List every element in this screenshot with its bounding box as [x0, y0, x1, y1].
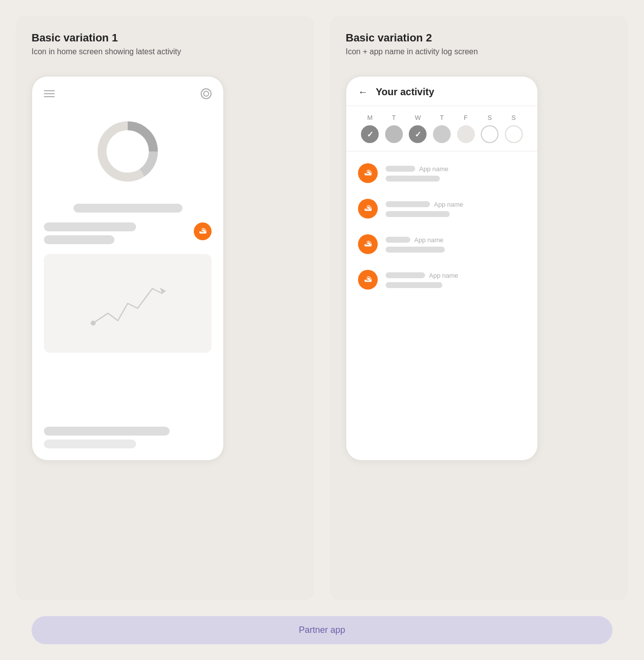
item-4-bar-short [386, 272, 425, 278]
gear-icon[interactable] [201, 88, 212, 99]
item-1-top-row: App name [386, 165, 526, 173]
shoe-icon-item-4 [363, 275, 372, 284]
activity-item-4: App name [346, 262, 537, 297]
map-placeholder [44, 254, 212, 353]
activity-item-3-content: App name [386, 236, 526, 253]
item-3-app-name: App name [414, 236, 443, 244]
day-label-t1: T [392, 114, 396, 121]
day-circle-s2[interactable] [505, 125, 523, 143]
day-label-s1: S [488, 114, 492, 121]
day-circle-f[interactable] [457, 125, 475, 143]
day-col-s1: S [481, 114, 499, 143]
day-label-s2: S [511, 114, 516, 121]
activity-bar-1 [44, 222, 136, 231]
screen-title: Your activity [376, 86, 434, 98]
shoe-icon-item-3 [363, 240, 372, 249]
day-col-t1: T [385, 114, 403, 143]
hamburger-icon[interactable] [44, 90, 55, 97]
item-3-bar-long [386, 247, 445, 253]
footer-bar: Partner app [32, 616, 612, 644]
day-col-s2: S [505, 114, 523, 143]
placeholder-bar-wide [73, 204, 182, 213]
donut-chart-container [44, 109, 212, 194]
svg-point-3 [91, 321, 96, 326]
item-1-bar-short [386, 166, 415, 172]
checkmark-m: ✓ [367, 130, 373, 139]
day-label-m: M [367, 114, 373, 121]
shoe-icon-item-1 [363, 169, 372, 178]
day-circle-t2[interactable] [433, 125, 451, 143]
variation2-subtitle: Icon + app name in activity log screen [346, 47, 478, 56]
day-circle-m[interactable]: ✓ [361, 125, 379, 143]
main-content: Basic variation 1 Icon in home screen sh… [16, 16, 628, 600]
header-bar-v2: ← Your activity [346, 76, 537, 106]
shoe-icon-v1 [198, 227, 207, 236]
activity-item-3: App name [346, 226, 537, 262]
footer-label: Partner app [299, 625, 345, 635]
day-circle-w[interactable]: ✓ [409, 125, 427, 143]
donut-chart [93, 117, 162, 186]
item-2-bar-long [386, 211, 450, 217]
activity-item-1-content: App name [386, 165, 526, 182]
item-3-top-row: App name [386, 236, 526, 244]
activity-item-4-content: App name [386, 272, 526, 288]
activity-item-2: App name [346, 191, 537, 226]
map-path-svg [78, 264, 177, 343]
day-col-t2: T [433, 114, 451, 143]
day-circle-s1[interactable] [481, 125, 499, 143]
bottom-bar-1 [44, 427, 170, 436]
day-label-w: W [415, 114, 421, 121]
item-4-top-row: App name [386, 272, 526, 279]
item-1-bar-long [386, 176, 440, 182]
activity-item-2-content: App name [386, 201, 526, 217]
orange-badge-v1 [194, 222, 212, 240]
week-row: M ✓ T W ✓ [346, 106, 537, 151]
shoe-icon-item-2 [363, 204, 372, 213]
day-col-m: M ✓ [361, 114, 379, 143]
day-label-f: F [464, 114, 468, 121]
orange-badge-item-1 [358, 163, 378, 183]
orange-badge-item-4 [358, 270, 378, 290]
day-label-t2: T [440, 114, 444, 121]
variation2-title: Basic variation 2 [346, 32, 432, 44]
top-bar-v1 [44, 88, 212, 99]
checkmark-w: ✓ [415, 130, 421, 139]
variation1-panel: Basic variation 1 Icon in home screen sh… [16, 16, 314, 600]
day-circle-t1[interactable] [385, 125, 403, 143]
day-col-f: F [457, 114, 475, 143]
phone-mockup-v2: ← Your activity M ✓ T [346, 76, 538, 461]
back-arrow[interactable]: ← [358, 86, 368, 98]
item-2-app-name: App name [434, 201, 463, 208]
item-2-top-row: App name [386, 201, 526, 208]
variation1-subtitle: Icon in home screen showing latest activ… [32, 47, 181, 56]
orange-badge-item-3 [358, 234, 378, 254]
item-1-app-name: App name [419, 165, 448, 173]
activity-item-1: App name [346, 155, 537, 191]
bottom-bar-2 [44, 440, 136, 448]
variation2-panel: Basic variation 2 Icon + app name in act… [330, 16, 628, 600]
activity-bar-2 [44, 235, 114, 244]
item-4-bar-long [386, 282, 442, 288]
orange-badge-item-2 [358, 199, 378, 219]
bottom-placeholder-bars [44, 427, 212, 448]
item-4-app-name: App name [429, 272, 458, 279]
day-col-w: W ✓ [409, 114, 427, 143]
activity-row-v1 [44, 222, 212, 244]
item-3-bar-short [386, 237, 410, 243]
variation1-title: Basic variation 1 [32, 32, 118, 44]
item-2-bar-short [386, 201, 430, 207]
activity-list: App name App name [346, 151, 537, 460]
phone-mockup-v1 [32, 76, 224, 461]
